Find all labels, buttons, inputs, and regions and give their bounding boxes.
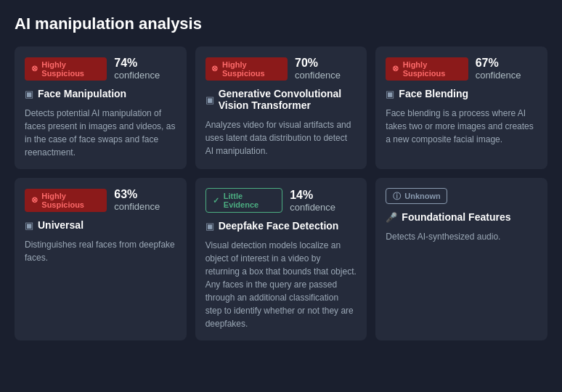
mic-icon: 🎤 <box>386 212 397 223</box>
status-badge: ✓ Little Evidence <box>205 188 283 213</box>
badge-label: Unknown <box>404 192 441 200</box>
video-icon: ▣ <box>205 221 214 232</box>
badge-icon: ⊗ <box>30 196 38 205</box>
card-title-row: ▣ Deepfake Face Detection <box>205 220 357 232</box>
card-title-row: ▣ Universal <box>25 219 176 231</box>
confidence-text: 63% confidence <box>114 188 176 212</box>
confidence-text: 74% confidence <box>114 57 176 81</box>
card-title-row: 🎤 Foundational Features <box>386 211 537 223</box>
badge-icon: ⓘ <box>392 192 401 200</box>
badge-icon: ⊗ <box>391 65 399 73</box>
card-face-blending: ⊗ Highly Suspicious 67% confidence ▣ Fac… <box>375 46 547 169</box>
page-title: AI manipulation analysis <box>15 15 547 33</box>
confidence-text: 14% confidence <box>290 189 357 213</box>
badge-row: ⊗ Highly Suspicious 70% confidence <box>205 57 357 81</box>
card-title-row: ▣ Face Manipulation <box>25 88 176 99</box>
card-description: Visual detection models localize an obje… <box>205 239 357 330</box>
confidence-text: 67% confidence <box>476 57 537 81</box>
video-icon: ▣ <box>25 220 33 231</box>
card-title: Universal <box>38 219 84 231</box>
card-description: Face blending is a process where AI take… <box>386 107 537 146</box>
card-title-row: ▣ Face Blending <box>386 88 537 99</box>
video-icon: ▣ <box>205 94 214 105</box>
badge-label: Highly Suspicious <box>41 192 101 209</box>
badge-label: Highly Suspicious <box>222 60 282 78</box>
status-badge: ⊗ Highly Suspicious <box>386 57 468 81</box>
badge-row: ⓘ Unknown <box>386 188 537 204</box>
badge-row: ✓ Little Evidence 14% confidence <box>205 188 357 213</box>
card-description: Detects potential AI manipulation of fac… <box>25 107 176 159</box>
status-badge: ⊗ Highly Suspicious <box>25 57 107 81</box>
badge-label: Highly Suspicious <box>403 60 463 78</box>
badge-label: Highly Suspicious <box>41 60 101 78</box>
card-foundational-features: ⓘ Unknown 🎤 Foundational Features Detect… <box>375 178 547 340</box>
badge-icon: ⊗ <box>211 65 219 73</box>
card-face-manipulation: ⊗ Highly Suspicious 74% confidence ▣ Fac… <box>15 46 187 169</box>
badge-row: ⊗ Highly Suspicious 67% confidence <box>386 57 537 81</box>
badge-icon: ✓ <box>212 196 220 205</box>
badge-row: ⊗ Highly Suspicious 63% confidence <box>25 188 176 212</box>
card-title: Foundational Features <box>402 211 510 223</box>
status-badge: ⓘ Unknown <box>386 188 447 204</box>
confidence-text: 70% confidence <box>295 57 357 81</box>
card-title: Face Manipulation <box>38 88 126 99</box>
card-universal: ⊗ Highly Suspicious 63% confidence ▣ Uni… <box>15 178 187 340</box>
badge-row: ⊗ Highly Suspicious 74% confidence <box>25 57 176 81</box>
badge-label: Little Evidence <box>224 192 276 209</box>
card-deepfake-face: ✓ Little Evidence 14% confidence ▣ Deepf… <box>195 178 367 340</box>
card-title: Face Blending <box>399 88 468 99</box>
cards-grid: ⊗ Highly Suspicious 74% confidence ▣ Fac… <box>15 46 547 340</box>
video-icon: ▣ <box>386 89 394 99</box>
card-title: Deepfake Face Detection <box>219 220 339 232</box>
video-icon: ▣ <box>25 89 33 99</box>
card-title-row: ▣ Generative Convolutional Vision Transf… <box>205 88 357 111</box>
card-description: Detects AI-synthesized audio. <box>386 230 537 243</box>
card-title: Generative Convolutional Vision Transfor… <box>219 88 357 111</box>
card-description: Analyzes video for visual artifacts and … <box>205 118 357 158</box>
status-badge: ⊗ Highly Suspicious <box>25 189 107 212</box>
badge-icon: ⊗ <box>30 65 38 73</box>
status-badge: ⊗ Highly Suspicious <box>205 57 288 81</box>
card-description: Distinguishes real faces from deepfake f… <box>25 238 176 264</box>
card-generative-conv: ⊗ Highly Suspicious 70% confidence ▣ Gen… <box>195 46 367 169</box>
